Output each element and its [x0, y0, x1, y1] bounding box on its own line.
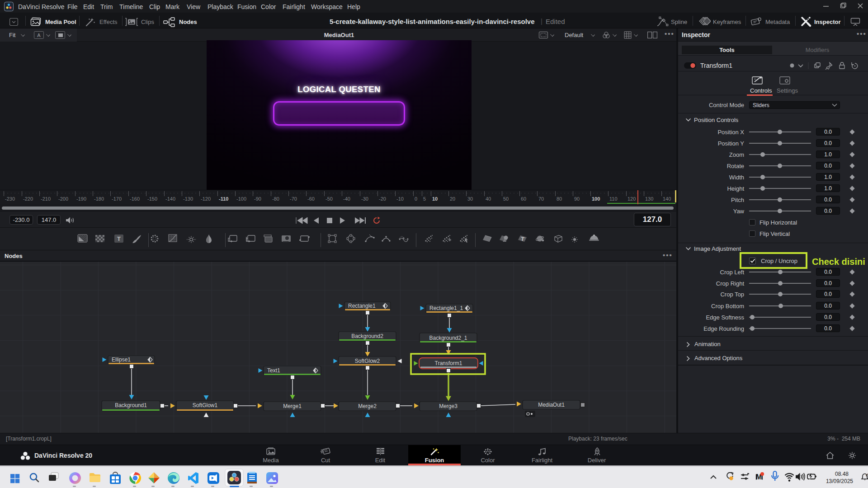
svg-text:Text1: Text1 [267, 367, 280, 374]
svg-text:Rectangle1_1: Rectangle1_1 [429, 305, 463, 311]
svg-text:SoftGlow1: SoftGlow1 [193, 402, 218, 408]
svg-text:A: A [37, 33, 41, 38]
svg-text:Background1: Background1 [115, 402, 147, 408]
svg-text:Merge1: Merge1 [283, 403, 302, 409]
svg-text:Background2_1: Background2_1 [429, 335, 467, 341]
svg-text:13/09/2025: 13/09/2025 [826, 478, 853, 484]
svg-text:T: T [117, 235, 121, 242]
svg-text:Merge3: Merge3 [439, 403, 458, 409]
svg-text:Rectangle1: Rectangle1 [348, 303, 376, 309]
svg-text:SoftGlow2: SoftGlow2 [355, 358, 380, 364]
svg-text:08.48: 08.48 [835, 471, 849, 477]
svg-text:MediaOut1: MediaOut1 [538, 402, 565, 408]
svg-text:Transform1: Transform1 [435, 360, 462, 366]
svg-text:Merge2: Merge2 [358, 403, 377, 409]
svg-text:Ellipse1: Ellipse1 [112, 357, 131, 363]
svg-text:Background2: Background2 [351, 333, 383, 339]
